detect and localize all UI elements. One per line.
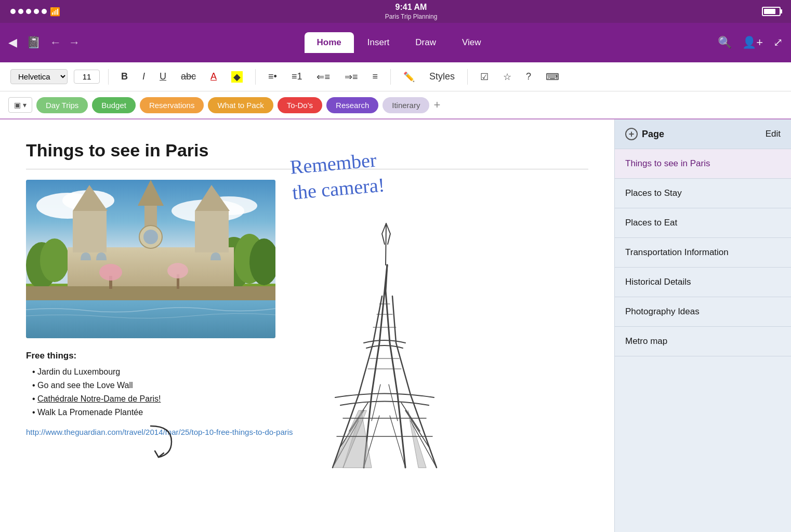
tab-day-trips[interactable]: Day Trips xyxy=(36,97,88,113)
notre-dame-image xyxy=(26,180,275,338)
sidebar-item-photography[interactable]: Photography Ideas xyxy=(615,297,791,327)
tab-itinerary[interactable]: Itinerary xyxy=(383,97,429,113)
main-area: Things to see in Paris xyxy=(0,119,791,532)
notebook-view-icon: ▣ xyxy=(14,101,21,109)
wifi-icon: 📶 xyxy=(50,7,60,17)
fullscreen-icon[interactable]: ⤢ xyxy=(773,36,783,49)
highlight-button[interactable]: ◆ xyxy=(227,69,247,85)
tab-draw[interactable]: Draw xyxy=(403,32,449,53)
main-tabs: Home Insert Draw View xyxy=(80,32,718,53)
sidebar-item-places-to-eat[interactable]: Places to Eat xyxy=(615,208,791,238)
tab-home[interactable]: Home xyxy=(305,32,354,53)
notebook-button[interactable]: 📓 xyxy=(27,36,41,49)
sidebar-item-transportation[interactable]: Transportation Information xyxy=(615,238,791,268)
tab-what-to-pack[interactable]: What to Pack xyxy=(208,97,273,113)
status-time: 9:41 AM xyxy=(385,2,438,13)
svg-rect-19 xyxy=(26,286,275,302)
svg-rect-20 xyxy=(26,300,275,338)
bold-button[interactable]: B xyxy=(117,69,132,84)
undo-arrow[interactable]: ← xyxy=(50,36,61,49)
search-icon[interactable]: 🔍 xyxy=(718,36,732,49)
svg-point-24 xyxy=(167,263,188,278)
font-color-button[interactable]: A xyxy=(206,69,221,84)
tab-budget[interactable]: Budget xyxy=(92,97,136,113)
align-button[interactable]: ≡ xyxy=(368,69,382,84)
svg-rect-12 xyxy=(195,211,229,252)
content-area[interactable]: Things to see in Paris xyxy=(0,119,614,532)
notebook-view-chevron: ▾ xyxy=(23,101,27,109)
star-button[interactable]: ☆ xyxy=(499,69,516,85)
tab-reservations[interactable]: Reservations xyxy=(140,97,204,113)
redo-arrow[interactable]: → xyxy=(69,36,80,49)
svg-point-22 xyxy=(99,264,122,281)
sidebar-header: + Page Edit xyxy=(615,119,791,149)
italic-button[interactable]: I xyxy=(138,69,149,84)
svg-rect-11 xyxy=(73,211,107,252)
notebook-title: Paris Trip Planning xyxy=(385,13,438,21)
toolbar-right-controls: 🔍 👤+ ⤢ xyxy=(718,36,783,49)
eiffel-tower-sketch: .sketch { stroke: #444; fill: none; stro… xyxy=(291,213,478,473)
checkbox-button[interactable]: ☑ xyxy=(476,69,493,85)
numbered-list-button[interactable]: ≡1 xyxy=(287,69,307,84)
add-user-icon[interactable]: 👤+ xyxy=(742,36,763,49)
arrow-sketch xyxy=(140,421,182,462)
battery-icon xyxy=(762,7,781,16)
font-size-input[interactable]: 11 xyxy=(74,70,100,84)
sidebar-item-places-to-stay[interactable]: Places to Stay xyxy=(615,179,791,208)
nav-arrows: ← → xyxy=(50,36,80,49)
add-tab-button[interactable]: + xyxy=(433,98,440,112)
status-bar: 📶 9:41 AM Paris Trip Planning xyxy=(0,0,791,23)
back-button[interactable]: ◀ xyxy=(8,36,17,49)
signal-dots xyxy=(10,9,47,14)
tab-view[interactable]: View xyxy=(450,32,494,53)
sidebar-item-things-to-see[interactable]: Things to see in Paris xyxy=(615,149,791,179)
svg-point-6 xyxy=(40,238,69,282)
svg-rect-10 xyxy=(68,247,234,289)
sidebar-edit-button[interactable]: Edit xyxy=(766,129,781,139)
styles-button[interactable]: Styles xyxy=(425,69,459,84)
tab-research[interactable]: Research xyxy=(326,97,378,113)
increase-indent-button[interactable]: ⇒≡ xyxy=(340,69,362,85)
bullet-list-button[interactable]: ≡• xyxy=(264,69,281,84)
page-tabs-row: ▣ ▾ Day Trips Budget Reservations What t… xyxy=(0,91,791,119)
more-button[interactable]: ⌨ xyxy=(542,69,563,85)
sidebar-item-metro[interactable]: Metro map xyxy=(615,327,791,356)
notebook-view-button[interactable]: ▣ ▾ xyxy=(8,97,32,113)
sidebar-page-label: + Page xyxy=(625,128,664,140)
right-sidebar: + Page Edit Things to see in Paris Place… xyxy=(614,119,791,532)
strikethrough-button[interactable]: abc xyxy=(177,69,200,84)
decrease-indent-button[interactable]: ⇐≡ xyxy=(312,69,334,85)
svg-point-18 xyxy=(143,230,158,244)
toolbar: ◀ 📓 ← → Home Insert Draw View 🔍 👤+ ⤢ xyxy=(0,23,791,62)
sidebar-item-historical[interactable]: Historical Details xyxy=(615,268,791,297)
font-selector[interactable]: Helvetica xyxy=(10,69,68,84)
status-left: 📶 xyxy=(10,7,60,17)
help-button[interactable]: ? xyxy=(522,69,535,84)
tab-todos[interactable]: To-Do's xyxy=(278,97,322,113)
tab-insert[interactable]: Insert xyxy=(355,32,402,53)
toolbar-left-controls: ◀ 📓 ← → xyxy=(8,36,80,49)
underline-button[interactable]: U xyxy=(155,69,170,84)
status-right xyxy=(762,7,781,16)
status-center: 9:41 AM Paris Trip Planning xyxy=(385,2,438,21)
pen-tool-button[interactable]: ✏️ xyxy=(399,69,419,85)
sidebar-items-list: Things to see in Paris Places to Stay Pl… xyxy=(615,149,791,532)
add-page-button[interactable]: + xyxy=(625,128,638,140)
format-bar: Helvetica 11 B I U abc A ◆ ≡• ≡1 ⇐≡ ⇒≡ ≡… xyxy=(0,62,791,91)
handwritten-note: Remember the camera! xyxy=(289,147,386,206)
